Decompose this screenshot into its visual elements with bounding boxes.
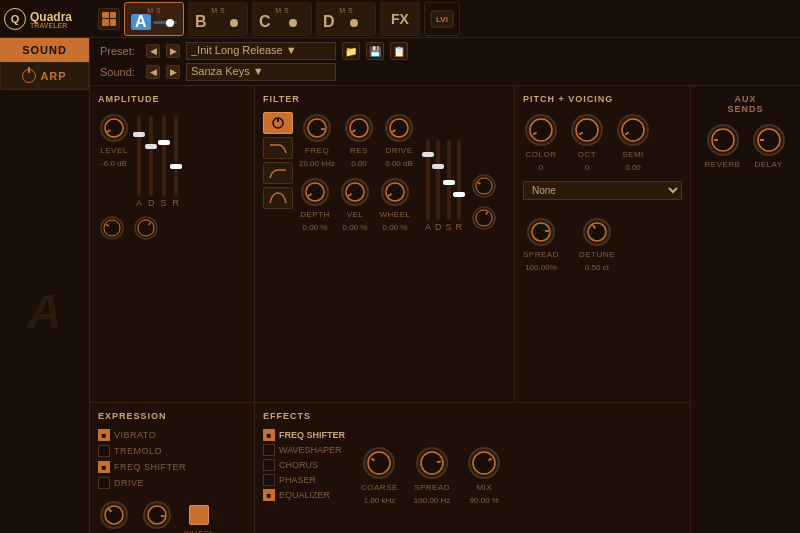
channel-a[interactable]: MS A: [124, 2, 184, 36]
filter-sustain-fader[interactable]: S: [446, 140, 452, 232]
equalizer-item[interactable]: ■ EQUALIZER: [263, 489, 345, 501]
effects-list: ■ FREQ SHIFTER WAVESHAPER: [263, 429, 345, 501]
lvi-block[interactable]: LVI: [424, 2, 460, 36]
amp-attack-fader[interactable]: A: [136, 116, 142, 208]
aux-sends: AUXSENDS REVERB: [690, 86, 800, 533]
chorus-item[interactable]: CHORUS: [263, 459, 345, 471]
freq-shifter-expr-item[interactable]: ■ FREQ SHIFTER: [98, 461, 246, 473]
spread-knob[interactable]: [525, 216, 557, 248]
preset-save-button[interactable]: 💾: [366, 42, 384, 60]
waveshaper-checkbox[interactable]: [263, 444, 275, 456]
filter-drive-knob[interactable]: [383, 112, 415, 144]
mix-knob-group: MIX 90.00 %: [466, 445, 502, 505]
channel-d[interactable]: MS D: [316, 2, 376, 36]
filter-res-knob[interactable]: [343, 112, 375, 144]
sections-area: AMPLITUDE LEVEL -6.0 dB: [90, 86, 690, 533]
delay-knob[interactable]: [751, 122, 787, 158]
filter-res-label: RES: [350, 146, 368, 155]
equalizer-checkbox[interactable]: ■: [263, 489, 275, 501]
svg-point-65: [473, 452, 495, 474]
logo: Q Quadra TRAVELER: [4, 8, 94, 30]
filter-drive-value: 0.00 dB: [385, 159, 413, 168]
coarse-knob[interactable]: [361, 445, 397, 481]
speed-knob[interactable]: [98, 499, 130, 531]
color-knob[interactable]: [523, 112, 559, 148]
amp-sustain-fader[interactable]: S: [161, 116, 167, 208]
amp-knob-1[interactable]: [98, 214, 126, 242]
preset-next-button[interactable]: ▶: [166, 44, 180, 58]
power-icon[interactable]: [22, 69, 36, 83]
chorus-checkbox[interactable]: [263, 459, 275, 471]
preset-copy-button[interactable]: 📋: [390, 42, 408, 60]
filter-type-lowpass[interactable]: [263, 137, 293, 159]
channel-b[interactable]: MS B: [188, 2, 248, 36]
semi-knob[interactable]: [615, 112, 651, 148]
filter-bottom-knob-1[interactable]: [470, 172, 498, 200]
vibrato-checkbox[interactable]: ■: [98, 429, 110, 441]
filter-attack-fader[interactable]: A: [425, 140, 431, 232]
main-area: SOUND ARP A Preset: ◀ ▶ _Init Long Relea…: [0, 38, 800, 533]
amp-knob-2[interactable]: [132, 214, 160, 242]
fx-block[interactable]: FX: [380, 2, 420, 36]
sound-prev-button[interactable]: ◀: [146, 65, 160, 79]
filter-res-group: RES 0.00: [343, 112, 375, 168]
level-label: LEVEL: [100, 146, 127, 155]
waveshaper-label: WAVESHAPER: [279, 445, 342, 455]
effects-spread-knob[interactable]: [414, 445, 450, 481]
sound-select[interactable]: Sanza Keys ▼: [186, 63, 336, 81]
sound-button[interactable]: SOUND: [0, 38, 89, 62]
delay-label: DELAY: [754, 160, 782, 169]
detune-knob[interactable]: [581, 216, 613, 248]
waveshaper-item[interactable]: WAVESHAPER: [263, 444, 345, 456]
semi-value: 0.00: [625, 163, 641, 172]
filter-decay-fader[interactable]: D: [435, 140, 442, 232]
oct-knob[interactable]: [569, 112, 605, 148]
expr-depth-knob[interactable]: [141, 499, 173, 531]
voicing-select[interactable]: None: [523, 181, 682, 200]
grid-icon[interactable]: [98, 8, 120, 30]
filter-bottom-knob-2[interactable]: [470, 204, 498, 232]
phaser-item[interactable]: PHASER: [263, 474, 345, 486]
sound-next-button[interactable]: ▶: [166, 65, 180, 79]
drive-item[interactable]: DRIVE: [98, 477, 246, 489]
filter-r-label: R: [456, 222, 463, 232]
coarse-label: COARSE: [361, 483, 398, 492]
filter-depth-knob[interactable]: [299, 176, 331, 208]
freq-shifter-effect-checkbox[interactable]: ■: [263, 429, 275, 441]
vibrato-item[interactable]: ■ VIBRATO: [98, 429, 246, 441]
preset-select[interactable]: _Init Long Release ▼: [186, 42, 336, 60]
svg-line-15: [321, 129, 325, 130]
arp-button[interactable]: ARP: [0, 62, 89, 90]
filter-wheel-knob[interactable]: [379, 176, 411, 208]
reverb-knob[interactable]: [705, 122, 741, 158]
filter-power-button[interactable]: [263, 112, 293, 134]
channel-b-letter: B: [195, 14, 207, 30]
drive-checkbox[interactable]: [98, 477, 110, 489]
filter-s-label: S: [446, 222, 452, 232]
filter-release-fader[interactable]: R: [456, 140, 463, 232]
channel-c[interactable]: MS C: [252, 2, 312, 36]
speed-knob-group: SPEED 6.00 Hz: [98, 499, 130, 533]
level-knob[interactable]: [98, 112, 130, 144]
tremolo-checkbox[interactable]: [98, 445, 110, 457]
filter-type-highpass[interactable]: [263, 162, 293, 184]
freq-shifter-expr-checkbox[interactable]: ■: [98, 461, 110, 473]
main-content: Preset: ◀ ▶ _Init Long Release ▼ 📁 💾 📋 S…: [90, 38, 800, 533]
filter-vel-knob[interactable]: [339, 176, 371, 208]
effects-spread-knob-group: SPREAD 100.00 Hz: [414, 445, 450, 505]
filter-freq-knob[interactable]: [301, 112, 333, 144]
mix-knob[interactable]: [466, 445, 502, 481]
phaser-checkbox[interactable]: [263, 474, 275, 486]
effects-title: EFFECTS: [263, 411, 682, 421]
preset-prev-button[interactable]: ◀: [146, 44, 160, 58]
effects-spread-value: 100.00 Hz: [414, 496, 450, 505]
amp-s-label: S: [161, 198, 167, 208]
delay-knob-group: DELAY: [751, 122, 787, 169]
freq-shifter-effect-item[interactable]: ■ FREQ SHIFTER: [263, 429, 345, 441]
detune-label: DETUNE: [579, 250, 615, 259]
amp-decay-fader[interactable]: D: [148, 116, 155, 208]
tremolo-item[interactable]: TREMOLO: [98, 445, 246, 457]
filter-type-bandpass[interactable]: [263, 187, 293, 209]
amp-release-fader[interactable]: R: [173, 116, 180, 208]
preset-folder-button[interactable]: 📁: [342, 42, 360, 60]
